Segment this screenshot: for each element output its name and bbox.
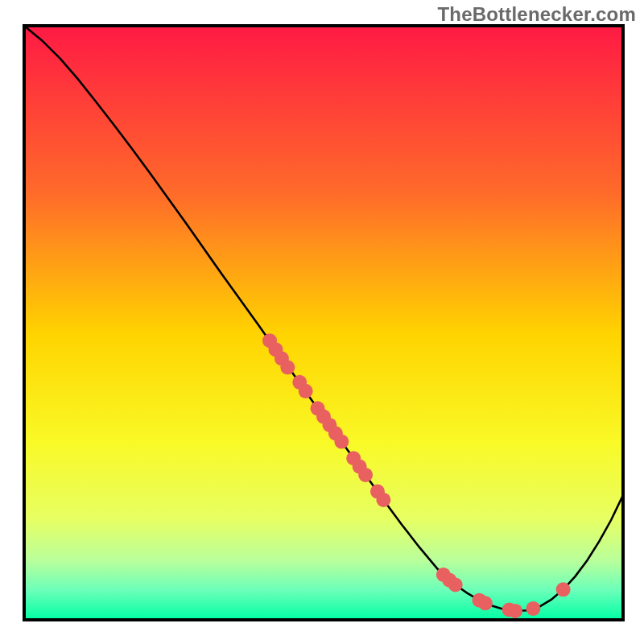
plot-gradient-bg	[24, 26, 623, 620]
scatter-point	[526, 601, 540, 616]
scatter-point	[556, 582, 571, 597]
scatter-point	[478, 596, 493, 610]
scatter-point	[448, 577, 463, 592]
scatter-point	[299, 384, 313, 398]
scatter-point	[508, 604, 522, 618]
scatter-point	[334, 435, 349, 449]
scatter-point	[280, 360, 295, 374]
scatter-point	[358, 468, 373, 482]
bottleneck-chart	[0, 0, 644, 644]
attribution-text: TheBottlenecker.com	[437, 3, 636, 26]
scatter-point	[376, 493, 390, 507]
